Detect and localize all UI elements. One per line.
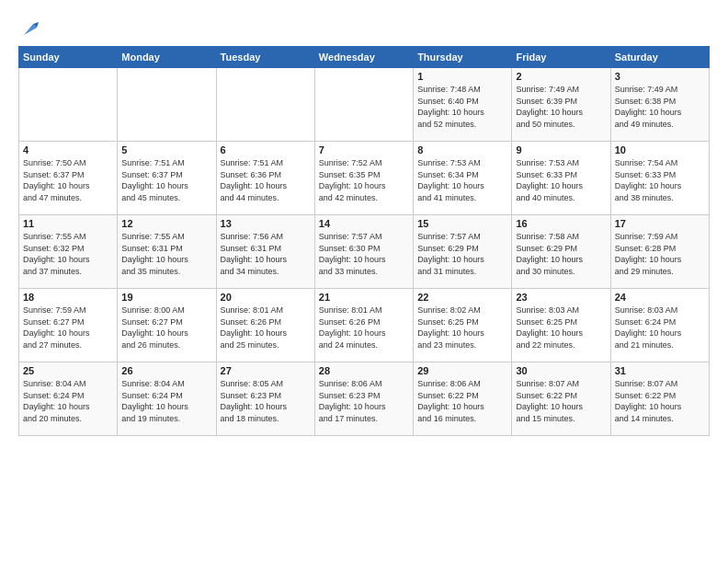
- cell-day-number: 30: [516, 365, 606, 376]
- calendar-cell: 24Sunrise: 8:03 AM Sunset: 6:24 PM Dayli…: [610, 289, 709, 362]
- cell-content: Sunrise: 7:57 AM Sunset: 6:29 PM Dayligh…: [417, 231, 507, 277]
- calendar-cell: 14Sunrise: 7:57 AM Sunset: 6:30 PM Dayli…: [314, 215, 413, 289]
- cell-content: Sunrise: 7:50 AM Sunset: 6:37 PM Dayligh…: [23, 157, 113, 203]
- cell-content: Sunrise: 8:02 AM Sunset: 6:25 PM Dayligh…: [417, 304, 507, 350]
- calendar-week-row: 18Sunrise: 7:59 AM Sunset: 6:27 PM Dayli…: [19, 289, 710, 362]
- calendar-cell: 6Sunrise: 7:51 AM Sunset: 6:36 PM Daylig…: [216, 142, 314, 215]
- calendar-cell: 21Sunrise: 8:01 AM Sunset: 6:26 PM Dayli…: [314, 289, 413, 362]
- weekday-header-thursday: Thursday: [414, 47, 512, 68]
- cell-day-number: 20: [221, 292, 311, 303]
- weekday-header-saturday: Saturday: [610, 47, 709, 68]
- cell-day-number: 4: [23, 144, 113, 155]
- cell-content: Sunrise: 8:06 AM Sunset: 6:22 PM Dayligh…: [417, 378, 507, 424]
- cell-day-number: 18: [23, 292, 113, 303]
- cell-content: Sunrise: 8:07 AM Sunset: 6:22 PM Dayligh…: [615, 378, 705, 424]
- cell-content: Sunrise: 8:01 AM Sunset: 6:26 PM Dayligh…: [221, 304, 311, 350]
- weekday-header-tuesday: Tuesday: [216, 47, 314, 68]
- cell-day-number: 10: [615, 144, 705, 155]
- calendar-cell: 11Sunrise: 7:55 AM Sunset: 6:32 PM Dayli…: [19, 215, 118, 289]
- calendar-cell: 23Sunrise: 8:03 AM Sunset: 6:25 PM Dayli…: [512, 289, 610, 362]
- header: [18, 15, 710, 39]
- cell-day-number: 5: [121, 144, 211, 155]
- cell-day-number: 25: [23, 365, 113, 376]
- calendar-cell: 15Sunrise: 7:57 AM Sunset: 6:29 PM Dayli…: [414, 215, 512, 289]
- cell-content: Sunrise: 7:48 AM Sunset: 6:40 PM Dayligh…: [417, 84, 507, 130]
- calendar-cell: 9Sunrise: 7:53 AM Sunset: 6:33 PM Daylig…: [512, 142, 610, 215]
- cell-day-number: 7: [319, 144, 409, 155]
- calendar-week-row: 4Sunrise: 7:50 AM Sunset: 6:37 PM Daylig…: [19, 142, 710, 215]
- calendar-cell: 31Sunrise: 8:07 AM Sunset: 6:22 PM Dayli…: [610, 362, 709, 436]
- cell-content: Sunrise: 7:55 AM Sunset: 6:32 PM Dayligh…: [23, 231, 113, 277]
- cell-content: Sunrise: 7:59 AM Sunset: 6:27 PM Dayligh…: [23, 304, 113, 350]
- calendar-cell: 7Sunrise: 7:52 AM Sunset: 6:35 PM Daylig…: [314, 142, 413, 215]
- calendar-week-row: 11Sunrise: 7:55 AM Sunset: 6:32 PM Dayli…: [19, 215, 710, 289]
- cell-day-number: 12: [121, 218, 211, 229]
- cell-content: Sunrise: 8:04 AM Sunset: 6:24 PM Dayligh…: [121, 378, 211, 424]
- calendar-cell: 12Sunrise: 7:55 AM Sunset: 6:31 PM Dayli…: [118, 215, 216, 289]
- cell-day-number: 22: [417, 292, 507, 303]
- cell-day-number: 11: [23, 218, 113, 229]
- calendar-week-row: 1Sunrise: 7:48 AM Sunset: 6:40 PM Daylig…: [19, 68, 710, 142]
- calendar-cell: 4Sunrise: 7:50 AM Sunset: 6:37 PM Daylig…: [19, 142, 118, 215]
- page: SundayMondayTuesdayWednesdayThursdayFrid…: [0, 0, 728, 563]
- cell-day-number: 23: [516, 292, 606, 303]
- cell-day-number: 1: [417, 71, 507, 82]
- cell-content: Sunrise: 8:04 AM Sunset: 6:24 PM Dayligh…: [23, 378, 113, 424]
- calendar-cell: 16Sunrise: 7:58 AM Sunset: 6:29 PM Dayli…: [512, 215, 610, 289]
- cell-content: Sunrise: 7:54 AM Sunset: 6:33 PM Dayligh…: [615, 157, 705, 203]
- cell-day-number: 21: [319, 292, 409, 303]
- cell-content: Sunrise: 8:03 AM Sunset: 6:24 PM Dayligh…: [615, 304, 705, 350]
- cell-day-number: 6: [221, 144, 311, 155]
- cell-day-number: 24: [615, 292, 705, 303]
- calendar-cell: 8Sunrise: 7:53 AM Sunset: 6:34 PM Daylig…: [414, 142, 512, 215]
- cell-day-number: 26: [121, 365, 211, 376]
- calendar-week-row: 25Sunrise: 8:04 AM Sunset: 6:24 PM Dayli…: [19, 362, 710, 436]
- calendar-cell: 22Sunrise: 8:02 AM Sunset: 6:25 PM Dayli…: [414, 289, 512, 362]
- cell-day-number: 13: [221, 218, 311, 229]
- cell-day-number: 2: [516, 71, 606, 82]
- cell-content: Sunrise: 8:03 AM Sunset: 6:25 PM Dayligh…: [516, 304, 606, 350]
- cell-content: Sunrise: 8:01 AM Sunset: 6:26 PM Dayligh…: [319, 304, 409, 350]
- logo: [18, 18, 40, 39]
- calendar-cell: [118, 68, 216, 142]
- cell-day-number: 16: [516, 218, 606, 229]
- cell-day-number: 9: [516, 144, 606, 155]
- cell-content: Sunrise: 7:56 AM Sunset: 6:31 PM Dayligh…: [221, 231, 311, 277]
- cell-content: Sunrise: 7:51 AM Sunset: 6:36 PM Dayligh…: [221, 157, 311, 203]
- calendar-cell: [216, 68, 314, 142]
- cell-day-number: 28: [319, 365, 409, 376]
- calendar-cell: 26Sunrise: 8:04 AM Sunset: 6:24 PM Dayli…: [118, 362, 216, 436]
- calendar-cell: 18Sunrise: 7:59 AM Sunset: 6:27 PM Dayli…: [19, 289, 118, 362]
- calendar-cell: 5Sunrise: 7:51 AM Sunset: 6:37 PM Daylig…: [118, 142, 216, 215]
- weekday-header-friday: Friday: [512, 47, 610, 68]
- cell-content: Sunrise: 7:51 AM Sunset: 6:37 PM Dayligh…: [121, 157, 211, 203]
- cell-day-number: 3: [615, 71, 705, 82]
- calendar-cell: 2Sunrise: 7:49 AM Sunset: 6:39 PM Daylig…: [512, 68, 610, 142]
- calendar-cell: 25Sunrise: 8:04 AM Sunset: 6:24 PM Dayli…: [19, 362, 118, 436]
- cell-day-number: 8: [417, 144, 507, 155]
- cell-day-number: 15: [417, 218, 507, 229]
- weekday-header-sunday: Sunday: [19, 47, 118, 68]
- logo-icon: [20, 18, 40, 39]
- cell-content: Sunrise: 7:55 AM Sunset: 6:31 PM Dayligh…: [121, 231, 211, 277]
- calendar-header-row: SundayMondayTuesdayWednesdayThursdayFrid…: [19, 47, 710, 68]
- calendar-cell: 10Sunrise: 7:54 AM Sunset: 6:33 PM Dayli…: [610, 142, 709, 215]
- calendar-cell: 13Sunrise: 7:56 AM Sunset: 6:31 PM Dayli…: [216, 215, 314, 289]
- calendar: SundayMondayTuesdayWednesdayThursdayFrid…: [18, 46, 710, 436]
- cell-content: Sunrise: 8:00 AM Sunset: 6:27 PM Dayligh…: [121, 304, 211, 350]
- cell-content: Sunrise: 8:07 AM Sunset: 6:22 PM Dayligh…: [516, 378, 606, 424]
- calendar-cell: 20Sunrise: 8:01 AM Sunset: 6:26 PM Dayli…: [216, 289, 314, 362]
- calendar-cell: 29Sunrise: 8:06 AM Sunset: 6:22 PM Dayli…: [414, 362, 512, 436]
- calendar-cell: 19Sunrise: 8:00 AM Sunset: 6:27 PM Dayli…: [118, 289, 216, 362]
- cell-content: Sunrise: 7:49 AM Sunset: 6:39 PM Dayligh…: [516, 84, 606, 130]
- cell-day-number: 17: [615, 218, 705, 229]
- weekday-header-monday: Monday: [118, 47, 216, 68]
- cell-content: Sunrise: 7:57 AM Sunset: 6:30 PM Dayligh…: [319, 231, 409, 277]
- cell-content: Sunrise: 7:53 AM Sunset: 6:33 PM Dayligh…: [516, 157, 606, 203]
- calendar-cell: 30Sunrise: 8:07 AM Sunset: 6:22 PM Dayli…: [512, 362, 610, 436]
- cell-day-number: 14: [319, 218, 409, 229]
- weekday-header-wednesday: Wednesday: [314, 47, 413, 68]
- calendar-cell: 28Sunrise: 8:06 AM Sunset: 6:23 PM Dayli…: [314, 362, 413, 436]
- calendar-cell: 27Sunrise: 8:05 AM Sunset: 6:23 PM Dayli…: [216, 362, 314, 436]
- cell-content: Sunrise: 7:53 AM Sunset: 6:34 PM Dayligh…: [417, 157, 507, 203]
